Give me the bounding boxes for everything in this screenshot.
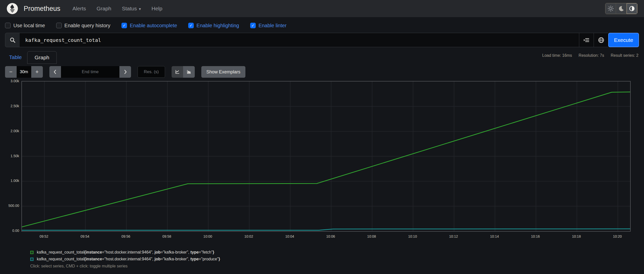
y-tick-label: 2.00k: [5, 129, 19, 133]
endtime-control: [49, 66, 131, 78]
option-enable-query-history[interactable]: Enable query history: [56, 23, 110, 29]
tab-graph[interactable]: Graph: [27, 51, 56, 64]
explain-query-button[interactable]: [594, 33, 608, 47]
option-enable-linter[interactable]: ✓Enable linter: [250, 23, 286, 29]
nav-item-graph[interactable]: Graph: [96, 6, 111, 12]
forward-time-button[interactable]: [119, 66, 131, 78]
range-control: − +: [5, 66, 43, 78]
nav-item-help[interactable]: Help: [151, 6, 162, 12]
legend-hint: Click: select series, CMD + click: toggl…: [5, 264, 639, 268]
graph-plot[interactable]: [21, 81, 631, 232]
prometheus-logo-icon[interactable]: [7, 3, 18, 14]
chevron-down-icon: ▾: [139, 7, 141, 11]
y-tick-label: 1.50k: [5, 154, 19, 158]
option-enable-autocomplete[interactable]: ✓Enable autocomplete: [121, 23, 177, 29]
globe-icon: [598, 37, 604, 43]
query-options-row: Use local time Enable query history ✓Ena…: [5, 17, 639, 33]
x-tick-label: 10:20: [608, 234, 626, 238]
line-chart-icon: [175, 69, 180, 74]
light-theme-button[interactable]: [605, 3, 616, 14]
graph-controls: − +: [5, 66, 639, 78]
execute-button[interactable]: Execute: [608, 33, 639, 47]
app-title[interactable]: Prometheus: [24, 5, 60, 13]
x-tick-label: 10:16: [527, 234, 544, 238]
x-tick-label: 10:10: [404, 234, 421, 238]
dark-theme-button[interactable]: [616, 3, 627, 14]
legend-item-produce[interactable]: kafka_request_count_total{instance="host…: [30, 257, 639, 261]
metrics-explorer-button[interactable]: [579, 33, 594, 47]
y-tick-label: 2.50k: [5, 104, 19, 108]
option-enable-highlighting[interactable]: ✓Enable highlighting: [188, 23, 239, 29]
checkbox: ✓: [121, 23, 127, 28]
checkbox: ✓: [250, 23, 256, 28]
load-time: Load time: 16ms: [542, 53, 572, 58]
chevron-right-icon: [123, 69, 128, 74]
x-tick-label: 10:18: [568, 234, 585, 238]
show-exemplars-button[interactable]: Show Exemplars: [201, 66, 245, 78]
panel-tabs: Table Graph Load time: 16ms Resolution: …: [5, 51, 639, 64]
legend: kafka_request_count_total{instance="host…: [5, 250, 639, 261]
series-swatch: [30, 251, 34, 254]
resolution-input[interactable]: [138, 66, 165, 78]
resolution: Resolution: 7s: [578, 53, 604, 58]
checkbox: [5, 23, 11, 28]
series-label: kafka_request_count_total{instance="host…: [37, 250, 214, 255]
checkbox: [56, 23, 62, 28]
chart-area: 0.00500.001.00k1.50k2.00k2.50k3.00k 09:5…: [5, 81, 639, 243]
series-label: kafka_request_count_total{instance="host…: [37, 257, 220, 261]
moon-icon: [618, 6, 624, 12]
x-tick-label: 10:08: [363, 234, 380, 238]
theme-toggle-group: [605, 3, 637, 14]
result-series: Result series: 2: [611, 53, 638, 58]
chart-type-toggle: [172, 66, 195, 78]
end-time-input[interactable]: [61, 66, 119, 78]
search-icon: [10, 37, 16, 43]
x-tick-label: 10:12: [445, 234, 462, 238]
decrease-range-button[interactable]: −: [5, 66, 17, 78]
navbar: Prometheus Alerts Graph Status▾ Help: [0, 0, 644, 17]
x-tick-label: 10:02: [240, 234, 257, 238]
half-circle-icon: [629, 6, 635, 12]
x-tick-label: 10:06: [322, 234, 339, 238]
x-tick-label: 10:00: [199, 234, 217, 238]
legend-item-fetch[interactable]: kafka_request_count_total{instance="host…: [30, 250, 639, 255]
increase-range-button[interactable]: +: [31, 66, 43, 78]
stacked-chart-icon: [186, 69, 191, 74]
y-tick-label: 3.00k: [5, 79, 19, 83]
option-use-local-time[interactable]: Use local time: [5, 23, 45, 29]
nav-item-alerts[interactable]: Alerts: [73, 6, 86, 12]
chevron-left-icon: [53, 69, 58, 74]
metrics-explorer-icon: [583, 37, 590, 43]
line-chart-button[interactable]: [172, 66, 183, 78]
x-tick-label: 09:56: [117, 234, 135, 238]
checkbox: ✓: [188, 23, 194, 28]
sun-icon: [608, 6, 614, 12]
query-bar: Execute: [5, 33, 639, 47]
x-tick-label: 09:54: [76, 234, 94, 238]
y-tick-label: 1.00k: [5, 179, 19, 183]
search-icon-panel: [5, 33, 20, 47]
nav-item-status[interactable]: Status▾: [122, 6, 141, 12]
range-input[interactable]: [17, 66, 31, 78]
y-tick-label: 0.00: [5, 229, 19, 233]
minus-icon: −: [9, 69, 13, 75]
query-stats: Load time: 16ms Resolution: 7s Result se…: [542, 53, 638, 58]
plus-icon: +: [36, 69, 39, 75]
stacked-chart-button[interactable]: [183, 66, 195, 78]
series-swatch: [30, 258, 34, 261]
back-time-button[interactable]: [49, 66, 61, 78]
query-expression-input[interactable]: [20, 33, 579, 47]
tab-table[interactable]: Table: [5, 54, 26, 64]
x-tick-label: 09:58: [158, 234, 176, 238]
x-tick-label: 09:52: [35, 234, 53, 238]
x-tick-label: 10:04: [281, 234, 299, 238]
auto-theme-button[interactable]: [627, 3, 637, 14]
nav-links: Alerts Graph Status▾ Help: [73, 6, 163, 12]
y-tick-label: 500.00: [5, 204, 19, 208]
x-tick-label: 10:14: [486, 234, 503, 238]
